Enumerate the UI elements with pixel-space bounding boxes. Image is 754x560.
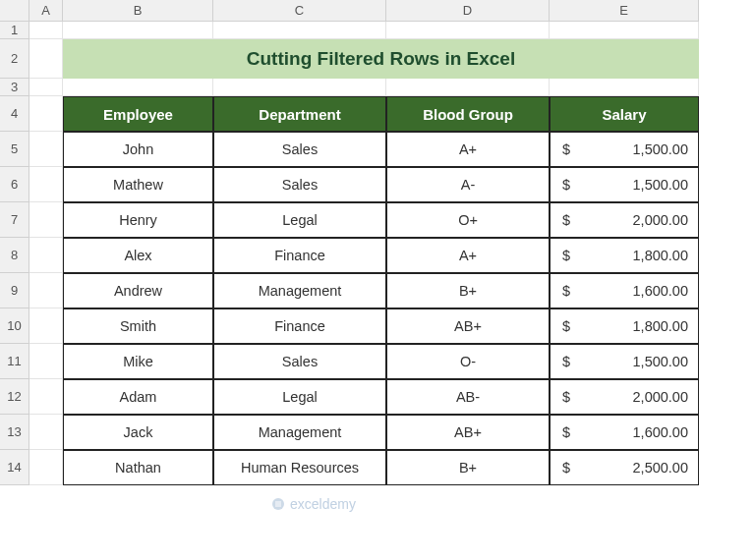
cell-blood-group[interactable]: AB+: [386, 308, 550, 344]
cell-salary[interactable]: $2,500.00: [550, 450, 699, 485]
col-header-C[interactable]: C: [213, 0, 386, 22]
row-header-1[interactable]: 1: [0, 22, 29, 39]
th-blood-group[interactable]: Blood Group: [386, 96, 550, 132]
salary-value: 2,500.00: [633, 460, 688, 476]
cell-blood-group[interactable]: AB-: [386, 379, 550, 415]
cell-A9[interactable]: [29, 273, 63, 308]
row-header-11[interactable]: 11: [0, 344, 29, 379]
cell-employee[interactable]: Smith: [63, 308, 213, 344]
cell-blood-group[interactable]: A-: [386, 167, 550, 202]
cell-salary[interactable]: $2,000.00: [550, 202, 699, 238]
row-header-7[interactable]: 7: [0, 202, 29, 238]
cell-blood-group[interactable]: O-: [386, 344, 550, 379]
cell-salary[interactable]: $1,800.00: [550, 238, 699, 273]
cell-A10[interactable]: [29, 308, 63, 344]
row-header-14[interactable]: 14: [0, 450, 29, 485]
cell-employee[interactable]: Jack: [63, 415, 213, 450]
cell-employee[interactable]: Mathew: [63, 167, 213, 202]
cell-A7[interactable]: [29, 202, 63, 238]
cell-department[interactable]: Management: [213, 273, 386, 308]
cell-A11[interactable]: [29, 344, 63, 379]
col-header-E[interactable]: E: [550, 0, 699, 22]
page-title[interactable]: Cutting Filtered Rows in Excel: [63, 39, 699, 79]
cell-blood-group[interactable]: A+: [386, 238, 550, 273]
cell-blood-group[interactable]: A+: [386, 132, 550, 167]
cell-r1c4[interactable]: [550, 22, 699, 39]
row-header-13[interactable]: 13: [0, 415, 29, 450]
salary-value: 1,500.00: [633, 354, 688, 369]
cell-r1c3[interactable]: [386, 22, 550, 39]
cell-employee[interactable]: Alex: [63, 238, 213, 273]
cell-A6[interactable]: [29, 167, 63, 202]
cell-employee[interactable]: John: [63, 132, 213, 167]
row-header-8[interactable]: 8: [0, 238, 29, 273]
cell-A4[interactable]: [29, 96, 63, 132]
cell-A13[interactable]: [29, 415, 63, 450]
row-header-10[interactable]: 10: [0, 308, 29, 344]
cell-blood-group[interactable]: O+: [386, 202, 550, 238]
cell-salary[interactable]: $1,600.00: [550, 273, 699, 308]
cell-r3c3[interactable]: [386, 79, 550, 96]
cell-employee[interactable]: Henry: [63, 202, 213, 238]
cell-employee[interactable]: Adam: [63, 379, 213, 415]
cell-r3c1[interactable]: [63, 79, 213, 96]
cell-r1c2[interactable]: [213, 22, 386, 39]
currency-symbol: $: [560, 318, 570, 334]
cell-blood-group[interactable]: B+: [386, 273, 550, 308]
cell-department[interactable]: Sales: [213, 167, 386, 202]
cell-blood-group[interactable]: B+: [386, 450, 550, 485]
col-header-D[interactable]: D: [386, 0, 550, 22]
cell-r1c1[interactable]: [63, 22, 213, 39]
salary-value: 1,800.00: [633, 248, 688, 263]
cell-A12[interactable]: [29, 379, 63, 415]
salary-value: 2,000.00: [633, 389, 688, 405]
row-header-9[interactable]: 9: [0, 273, 29, 308]
cell-salary[interactable]: $1,500.00: [550, 167, 699, 202]
demy-logo-icon: [270, 496, 286, 512]
row-header-5[interactable]: 5: [0, 132, 29, 167]
salary-value: 1,500.00: [633, 141, 688, 157]
svg-rect-1: [275, 501, 281, 507]
cell-department[interactable]: Human Resources: [213, 450, 386, 485]
cell-A2[interactable]: [29, 39, 63, 79]
th-department[interactable]: Department: [213, 96, 386, 132]
cell-employee[interactable]: Mike: [63, 344, 213, 379]
cell-r3c0[interactable]: [29, 79, 63, 96]
cell-A14[interactable]: [29, 450, 63, 485]
cell-r1c0[interactable]: [29, 22, 63, 39]
cell-department[interactable]: Management: [213, 415, 386, 450]
cell-salary[interactable]: $1,600.00: [550, 415, 699, 450]
th-salary[interactable]: Salary: [550, 96, 699, 132]
th-employee[interactable]: Employee: [63, 96, 213, 132]
row-header-12[interactable]: 12: [0, 379, 29, 415]
cell-r3c2[interactable]: [213, 79, 386, 96]
cell-salary[interactable]: $1,500.00: [550, 344, 699, 379]
cell-salary[interactable]: $1,500.00: [550, 132, 699, 167]
currency-symbol: $: [560, 460, 570, 476]
cell-department[interactable]: Legal: [213, 379, 386, 415]
cell-department[interactable]: Sales: [213, 344, 386, 379]
cell-A5[interactable]: [29, 132, 63, 167]
cell-department[interactable]: Sales: [213, 132, 386, 167]
cell-employee[interactable]: Nathan: [63, 450, 213, 485]
select-all-corner[interactable]: [0, 0, 29, 22]
row-header-4[interactable]: 4: [0, 96, 29, 132]
col-header-A[interactable]: A: [29, 0, 63, 22]
cell-department[interactable]: Finance: [213, 238, 386, 273]
row-header-2[interactable]: 2: [0, 39, 29, 79]
spreadsheet: ABCDE12Cutting Filtered Rows in Excel34E…: [0, 0, 699, 485]
cell-blood-group[interactable]: AB+: [386, 415, 550, 450]
currency-symbol: $: [560, 141, 570, 157]
currency-symbol: $: [560, 283, 570, 299]
cell-A8[interactable]: [29, 238, 63, 273]
currency-symbol: $: [560, 212, 570, 228]
col-header-B[interactable]: B: [63, 0, 213, 22]
cell-department[interactable]: Finance: [213, 308, 386, 344]
cell-salary[interactable]: $1,800.00: [550, 308, 699, 344]
row-header-6[interactable]: 6: [0, 167, 29, 202]
cell-salary[interactable]: $2,000.00: [550, 379, 699, 415]
row-header-3[interactable]: 3: [0, 79, 29, 96]
cell-r3c4[interactable]: [550, 79, 699, 96]
cell-employee[interactable]: Andrew: [63, 273, 213, 308]
cell-department[interactable]: Legal: [213, 202, 386, 238]
